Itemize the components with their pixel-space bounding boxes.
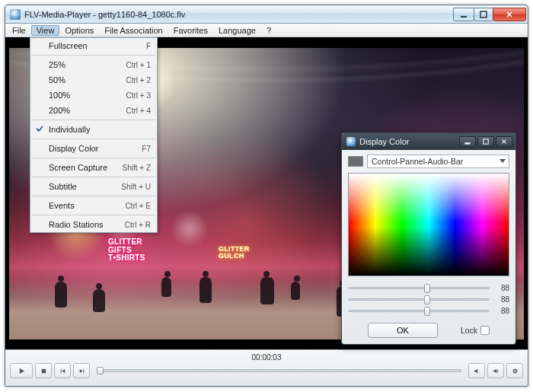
dd-sep (32, 215, 155, 215)
svg-rect-4 (41, 368, 45, 372)
slider-3[interactable]: 88 (348, 305, 509, 317)
menubar: File View Options File Association Favor… (5, 24, 528, 37)
dd-zoom-25[interactable]: 25%Ctrl + 1 (30, 57, 157, 72)
svg-point-5 (513, 369, 516, 372)
svg-rect-3 (484, 139, 488, 144)
dd-sep (32, 177, 155, 177)
scene-neon-a: GLITTER GIFTS T•SHIRTS (108, 238, 145, 263)
color-picker-field[interactable] (348, 173, 509, 276)
slider-1[interactable]: 88 (348, 282, 509, 294)
window-title: FLV-Media-Player - getty1160-84_1080c.fl… (24, 10, 454, 19)
dialog-title: Display Color (359, 137, 459, 146)
view-dropdown: FullscreenF 25%Ctrl + 1 50%Ctrl + 2 100%… (30, 37, 158, 233)
ok-button[interactable]: OK (368, 323, 438, 338)
close-button[interactable] (493, 8, 526, 21)
lock-label: Lock (461, 326, 477, 335)
display-color-dialog[interactable]: Display Color Control-Pannel-Audio-Bar 8 (341, 132, 516, 345)
dialog-maximize-button[interactable] (477, 136, 494, 147)
lock-checkbox[interactable] (480, 326, 490, 335)
dd-sep (32, 139, 155, 139)
menu-language[interactable]: Language (213, 25, 261, 36)
settings-button[interactable] (506, 363, 523, 378)
stop-button[interactable] (35, 363, 52, 378)
volume-button[interactable] (487, 363, 504, 378)
slider-2[interactable]: 88 (348, 294, 509, 305)
dd-zoom-50[interactable]: 50%Ctrl + 2 (30, 72, 157, 88)
next-button[interactable] (73, 363, 90, 378)
dialog-titlebar[interactable]: Display Color (342, 133, 515, 150)
color-swatch-icon (348, 156, 363, 167)
scene-neon-b: GLITTER GULCH (219, 246, 250, 260)
app-window: FLV-Media-Player - getty1160-84_1080c.fl… (5, 5, 528, 387)
maximize-button[interactable] (474, 8, 493, 21)
dd-sep (32, 196, 155, 196)
play-button[interactable] (10, 363, 33, 378)
player-controls: 00:00:03 (5, 349, 528, 386)
svg-rect-0 (461, 16, 467, 18)
dd-sep (32, 120, 155, 120)
seek-slider[interactable] (97, 366, 461, 375)
menu-file[interactable]: File (7, 25, 31, 36)
check-icon (35, 124, 44, 133)
prev-button[interactable] (54, 363, 71, 378)
dd-events[interactable]: EventsCtrl + E (30, 198, 157, 213)
menu-favorites[interactable]: Favorites (168, 25, 213, 36)
titlebar[interactable]: FLV-Media-Player - getty1160-84_1080c.fl… (5, 5, 528, 24)
dd-subtitle[interactable]: SubtitleShift + U (30, 179, 157, 194)
dialog-icon (346, 137, 356, 146)
menu-view[interactable]: View (31, 25, 60, 36)
dd-screen-capture[interactable]: Screen CaptureShift + Z (30, 160, 157, 175)
menu-file-association[interactable]: File Association (99, 25, 168, 36)
dd-zoom-200[interactable]: 200%Ctrl + 4 (30, 103, 157, 118)
app-icon (10, 9, 21, 20)
minimize-button[interactable] (453, 8, 474, 21)
svg-rect-2 (465, 143, 470, 145)
dd-radio-stations[interactable]: Radio StationsCtrl + R (30, 217, 157, 232)
dd-individually[interactable]: Individually (30, 122, 157, 137)
time-label: 00:00:03 (10, 353, 523, 362)
dd-sep (32, 55, 155, 56)
chevron-down-icon (499, 159, 506, 163)
dd-sep (32, 158, 155, 158)
display-element-combo[interactable]: Control-Pannel-Audio-Bar (367, 155, 509, 168)
dd-display-color[interactable]: Display ColorF7 (30, 141, 157, 156)
menu-help[interactable]: ? (261, 25, 276, 36)
combo-value: Control-Pannel-Audio-Bar (372, 157, 463, 166)
svg-rect-1 (480, 11, 487, 18)
mute-button[interactable] (468, 363, 485, 378)
dd-fullscreen[interactable]: FullscreenF (30, 38, 157, 53)
dialog-close-button[interactable] (496, 136, 512, 147)
dd-zoom-100[interactable]: 100%Ctrl + 3 (30, 88, 157, 103)
menu-options[interactable]: Options (59, 25, 99, 36)
dialog-minimize-button[interactable] (459, 136, 476, 147)
